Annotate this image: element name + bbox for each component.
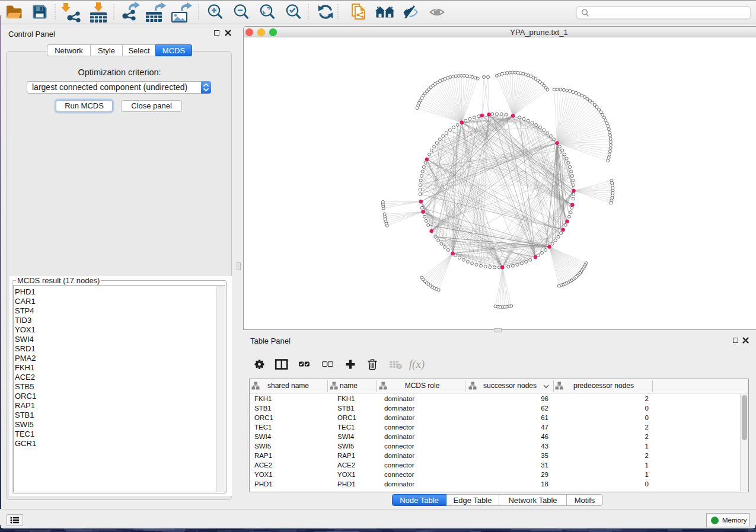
svg-text:f(x): f(x) <box>409 358 425 371</box>
